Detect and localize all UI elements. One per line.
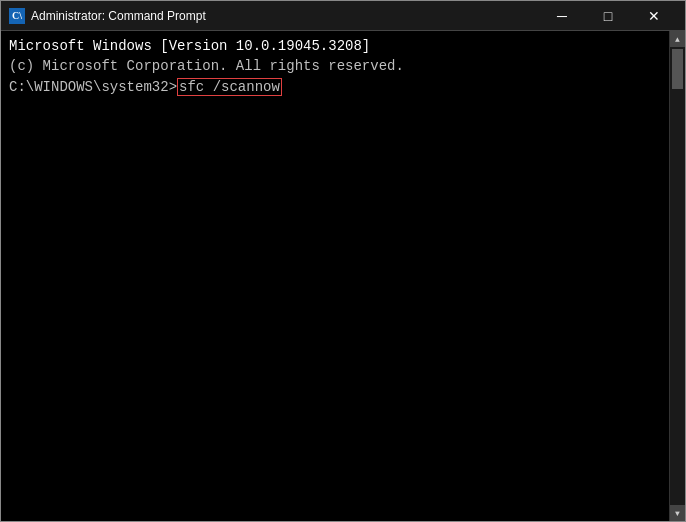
title-bar: C\ Administrator: Command Prompt ─ □ ✕ <box>1 1 685 31</box>
prompt-text: C:\WINDOWS\system32> <box>9 79 177 95</box>
scrollbar-up-arrow[interactable]: ▲ <box>670 31 686 47</box>
prompt-line: C:\WINDOWS\system32>sfc /scannow <box>9 78 677 96</box>
console-line-1: Microsoft Windows [Version 10.0.19045.32… <box>9 37 677 57</box>
scrollbar-down-arrow[interactable]: ▼ <box>670 505 686 521</box>
maximize-button[interactable]: □ <box>585 1 631 31</box>
scrollbar-thumb[interactable] <box>672 49 683 89</box>
window-title: Administrator: Command Prompt <box>31 9 539 23</box>
window-icon-label: C\ <box>12 10 22 21</box>
scrollbar[interactable]: ▲ ▼ <box>669 31 685 521</box>
title-bar-buttons: ─ □ ✕ <box>539 1 677 31</box>
cmd-window: C\ Administrator: Command Prompt ─ □ ✕ M… <box>0 0 686 522</box>
console-line-2: (c) Microsoft Corporation. All rights re… <box>9 57 677 77</box>
close-button[interactable]: ✕ <box>631 1 677 31</box>
minimize-button[interactable]: ─ <box>539 1 585 31</box>
console-area[interactable]: Microsoft Windows [Version 10.0.19045.32… <box>1 31 685 521</box>
command-text[interactable]: sfc /scannow <box>177 78 282 96</box>
window-icon: C\ <box>9 8 25 24</box>
scrollbar-track[interactable] <box>670 47 685 521</box>
